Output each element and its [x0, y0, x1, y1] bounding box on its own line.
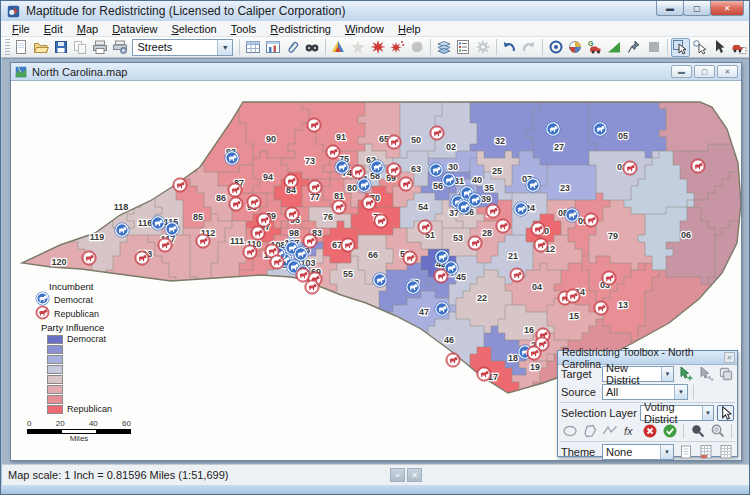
minimize-button[interactable]: ▬	[656, 1, 684, 16]
link-button[interactable]	[282, 38, 302, 57]
incumbent-republican-icon[interactable]	[308, 180, 322, 194]
menu-window[interactable]: Window	[338, 22, 391, 36]
incumbent-republican-icon[interactable]	[387, 135, 401, 149]
redo-button[interactable]	[519, 38, 539, 57]
incumbent-republican-icon[interactable]	[270, 255, 284, 269]
info-pointer-button[interactable]	[710, 38, 730, 57]
incumbent-republican-icon[interactable]	[403, 251, 417, 265]
select-car-button[interactable]	[729, 38, 749, 57]
incumbent-republican-icon[interactable]	[477, 367, 491, 381]
polyline-select-button[interactable]	[601, 423, 618, 439]
incumbent-republican-icon[interactable]	[486, 204, 500, 218]
incumbent-republican-icon[interactable]	[594, 301, 608, 315]
ellipse-select-button[interactable]	[561, 423, 578, 439]
incumbent-republican-icon[interactable]	[510, 268, 524, 282]
status-expand-button[interactable]: »	[390, 468, 405, 482]
incumbent-republican-icon[interactable]	[251, 226, 265, 240]
clear-selection-button[interactable]	[641, 423, 658, 439]
incumbent-republican-icon[interactable]	[374, 214, 388, 228]
menu-dataview[interactable]: Dataview	[105, 22, 164, 36]
incumbent-republican-icon[interactable]	[82, 251, 96, 265]
incumbent-republican-icon[interactable]	[584, 213, 598, 227]
gray-square-button[interactable]	[644, 38, 664, 57]
chart-button[interactable]	[263, 38, 283, 57]
copy-button[interactable]	[71, 38, 91, 57]
menu-edit[interactable]: Edit	[37, 22, 70, 36]
incumbent-democrat-icon[interactable]	[565, 208, 579, 222]
assign-target-pointer-button[interactable]	[677, 366, 694, 382]
incumbent-democrat-icon[interactable]	[526, 178, 540, 192]
menu-help[interactable]: Help	[391, 22, 428, 36]
incumbent-republican-icon[interactable]	[430, 126, 444, 140]
menu-map[interactable]: Map	[70, 22, 105, 36]
incumbent-republican-icon[interactable]	[284, 174, 298, 188]
select-shape-button[interactable]	[690, 38, 710, 57]
menu-tools[interactable]: Tools	[224, 22, 264, 36]
dataview-table-button[interactable]	[243, 38, 263, 57]
incumbent-republican-icon[interactable]	[446, 353, 460, 367]
incumbent-republican-icon[interactable]	[247, 195, 261, 209]
incumbent-republican-icon[interactable]	[434, 269, 448, 283]
incumbent-republican-icon[interactable]	[305, 280, 319, 294]
freeform-select-button[interactable]	[581, 423, 598, 439]
incumbent-republican-icon[interactable]	[341, 238, 355, 252]
incumbent-democrat-icon[interactable]	[593, 122, 607, 136]
routing-car-button[interactable]: G	[585, 38, 605, 57]
menu-redistricting[interactable]: Redistricting	[263, 22, 338, 36]
incumbent-republican-icon[interactable]	[387, 163, 401, 177]
pushpin-button[interactable]	[624, 38, 644, 57]
zoom-selected-button[interactable]	[689, 423, 706, 439]
confirm-selection-button[interactable]	[661, 423, 678, 439]
incumbent-republican-icon[interactable]	[623, 161, 637, 175]
incumbent-democrat-icon[interactable]	[406, 280, 420, 294]
incumbent-republican-icon[interactable]	[602, 271, 616, 285]
map-legend-button[interactable]	[453, 38, 473, 57]
incumbent-republican-icon[interactable]	[399, 177, 413, 191]
incumbent-democrat-icon[interactable]	[115, 223, 129, 237]
incumbent-democrat-icon[interactable]	[370, 160, 384, 174]
print-button[interactable]	[90, 38, 110, 57]
incumbent-republican-icon[interactable]	[534, 238, 548, 252]
incumbent-democrat-icon[interactable]	[373, 273, 387, 287]
incumbent-republican-icon[interactable]	[196, 234, 210, 248]
incumbent-democrat-icon[interactable]	[151, 216, 165, 230]
incumbent-republican-icon[interactable]	[362, 196, 376, 210]
incumbent-republican-icon[interactable]	[566, 289, 580, 303]
incumbent-republican-icon[interactable]	[303, 234, 317, 248]
open-folder-button[interactable]	[31, 38, 51, 57]
districts-blob-button[interactable]	[407, 38, 427, 57]
toolbox-close-icon[interactable]: ✕	[724, 352, 735, 363]
incumbent-republican-icon[interactable]	[351, 165, 365, 179]
theme-grid-button[interactable]	[717, 444, 734, 460]
layers-button[interactable]	[434, 38, 454, 57]
save-button[interactable]	[51, 38, 71, 57]
unassign-target-pointer-button[interactable]	[697, 366, 714, 382]
selection-layer-select[interactable]: Voting District▼	[640, 405, 714, 421]
incumbent-republican-icon[interactable]	[158, 238, 172, 252]
formula-select-button[interactable]: fx	[621, 423, 638, 439]
target-stack-button[interactable]	[717, 366, 734, 382]
incumbent-republican-icon[interactable]	[531, 222, 545, 236]
incumbent-democrat-icon[interactable]	[514, 202, 528, 216]
incumbent-republican-icon[interactable]	[468, 236, 482, 250]
incumbent-republican-icon[interactable]	[307, 118, 321, 132]
theme-select[interactable]: None▼	[602, 444, 674, 460]
incumbent-republican-icon[interactable]	[332, 200, 346, 214]
incumbent-republican-icon[interactable]	[173, 178, 187, 192]
incumbent-republican-icon[interactable]	[135, 251, 149, 265]
menu-selection[interactable]: Selection	[164, 22, 223, 36]
select-pointer-button[interactable]	[671, 38, 691, 57]
incumbent-republican-icon[interactable]	[527, 346, 541, 360]
incumbent-democrat-icon[interactable]	[429, 163, 443, 177]
theme-grid-red-button[interactable]	[697, 444, 714, 460]
incumbent-republican-icon[interactable]	[285, 207, 299, 221]
map-minimize-button[interactable]: ▬	[671, 65, 692, 78]
toolbar-grip[interactable]	[5, 39, 10, 55]
incumbent-democrat-icon[interactable]	[457, 200, 471, 214]
incumbent-democrat-icon[interactable]	[546, 122, 560, 136]
incumbent-republican-icon[interactable]	[418, 220, 432, 234]
source-select[interactable]: All▼	[602, 384, 688, 400]
zoom-target-button[interactable]	[546, 38, 566, 57]
zoom-extent-button[interactable]	[709, 423, 726, 439]
slope-wedge-button[interactable]	[605, 38, 625, 57]
